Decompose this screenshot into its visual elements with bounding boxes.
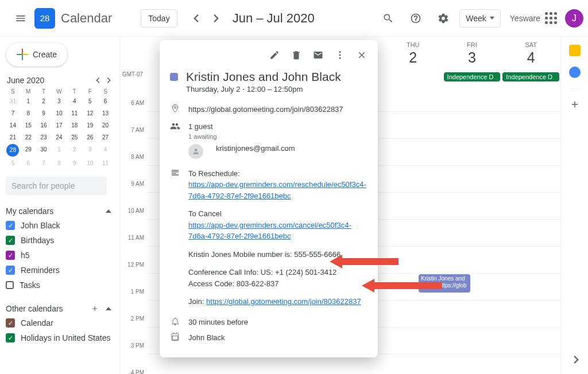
mini-calendar: June 2020 SMTWTFS31123456789101112131415… xyxy=(6,76,119,169)
day-header[interactable]: THU2 xyxy=(384,37,443,71)
reschedule-label: To Reschedule: xyxy=(188,168,368,180)
my-calendars-group: My calendars ✓John Black✓Birthdays✓h5✓Re… xyxy=(6,204,119,293)
annotation-arrow xyxy=(341,255,410,268)
day-header[interactable]: SAT4 xyxy=(501,37,560,71)
calendar-item[interactable]: ✓Birthdays xyxy=(6,233,111,248)
mini-grid: SMTWTFS311234567891011121314151617181920… xyxy=(6,88,113,169)
mini-day[interactable]: 9 xyxy=(67,158,82,169)
google-apps-button[interactable] xyxy=(545,12,557,24)
mini-day[interactable]: 1 xyxy=(52,144,67,157)
mini-day[interactable]: 11 xyxy=(67,108,82,119)
mini-day[interactable]: 6 xyxy=(98,96,113,107)
email-icon[interactable] xyxy=(308,45,328,65)
mini-day[interactable]: 7 xyxy=(6,108,20,119)
mini-day[interactable]: 18 xyxy=(67,120,82,131)
other-calendars-toggle[interactable]: Other calendars xyxy=(6,302,111,315)
mini-day[interactable]: 7 xyxy=(37,158,51,169)
mini-day[interactable]: 3 xyxy=(83,144,97,157)
mini-day[interactable]: 4 xyxy=(98,144,113,157)
mini-day[interactable]: 8 xyxy=(21,108,36,119)
mini-day[interactable]: 10 xyxy=(52,108,67,119)
mini-day[interactable]: 5 xyxy=(6,158,20,169)
account-avatar[interactable]: J xyxy=(565,9,583,28)
delete-icon[interactable] xyxy=(286,45,307,65)
timezone-label: GMT-07 xyxy=(122,71,143,77)
mini-day[interactable]: 22 xyxy=(21,132,36,143)
mini-day[interactable]: 2 xyxy=(67,144,82,157)
mini-day[interactable]: 29 xyxy=(21,144,36,157)
reminder-text: 30 minutes before xyxy=(188,317,368,328)
chevron-up-icon xyxy=(106,307,111,310)
mini-day[interactable]: 21 xyxy=(6,132,20,143)
mini-day[interactable]: 9 xyxy=(37,108,51,119)
event-location[interactable]: https://global.gotomeeting.com/join/8036… xyxy=(188,104,368,115)
mini-day[interactable]: 28 xyxy=(6,144,19,157)
location-icon xyxy=(170,104,180,115)
mini-day[interactable]: 23 xyxy=(37,132,51,143)
mini-day[interactable]: 16 xyxy=(37,120,51,131)
mini-day[interactable]: 19 xyxy=(83,120,97,131)
settings-icon[interactable] xyxy=(432,7,455,30)
mini-day[interactable]: 8 xyxy=(52,158,67,169)
mini-day[interactable]: 5 xyxy=(83,96,97,107)
view-selector[interactable]: Week xyxy=(459,9,501,28)
calendar-item[interactable]: ✓Calendar xyxy=(6,315,111,330)
mini-day[interactable]: 26 xyxy=(83,132,97,143)
keep-icon[interactable] xyxy=(569,45,581,56)
prev-period-button[interactable] xyxy=(187,9,205,28)
mini-prev-button[interactable] xyxy=(95,76,100,85)
sidebar: Create June 2020 SMTWTFS3112345678910111… xyxy=(0,37,119,374)
mini-day[interactable]: 27 xyxy=(98,132,113,143)
calendar-item[interactable]: ✓h5 xyxy=(6,248,111,263)
search-icon[interactable] xyxy=(377,7,400,30)
today-button[interactable]: Today xyxy=(141,9,177,28)
mini-day[interactable]: 25 xyxy=(67,132,82,143)
search-people-input[interactable]: Search for people xyxy=(6,177,107,195)
guest-email[interactable]: kristinjones@gmail.com xyxy=(216,144,295,159)
mini-day[interactable]: 15 xyxy=(21,120,36,131)
notification-icon xyxy=(170,317,180,328)
add-addon-icon[interactable] xyxy=(570,99,580,110)
day-header[interactable]: FRI3 xyxy=(443,37,502,71)
calendar-item[interactable]: ✓John Black xyxy=(6,218,111,233)
tasks-icon[interactable] xyxy=(569,67,581,78)
allday-event-chip[interactable]: Independence D xyxy=(502,72,559,81)
mini-day[interactable]: 14 xyxy=(6,120,20,131)
event-color-box xyxy=(170,73,178,81)
next-period-button[interactable] xyxy=(207,9,226,28)
my-calendars-toggle[interactable]: My calendars xyxy=(6,204,111,218)
reschedule-link[interactable]: https://app-dev.greminders.com/reschedul… xyxy=(188,180,366,200)
mini-day[interactable]: 3 xyxy=(52,96,67,107)
mini-day[interactable]: 4 xyxy=(67,96,82,107)
svg-point-2 xyxy=(339,57,341,59)
mini-day[interactable]: 10 xyxy=(83,158,97,169)
create-button[interactable]: Create xyxy=(6,42,68,67)
close-icon[interactable] xyxy=(351,45,372,65)
help-icon[interactable] xyxy=(404,7,427,30)
mini-day[interactable]: 20 xyxy=(98,120,113,131)
calendar-item[interactable]: ✓Holidays in United States xyxy=(6,330,111,345)
add-calendar-icon[interactable] xyxy=(91,305,99,313)
mini-day[interactable]: 31 xyxy=(6,96,20,107)
calendar-item[interactable]: Tasks xyxy=(6,278,111,293)
expand-side-panel-button[interactable] xyxy=(573,356,580,366)
allday-event-chip[interactable]: Independence D xyxy=(444,72,501,81)
mini-day[interactable]: 1 xyxy=(21,96,36,107)
mini-day[interactable]: 11 xyxy=(98,158,113,169)
mini-day[interactable]: 13 xyxy=(98,108,113,119)
header-right: Week Yesware J xyxy=(377,7,583,30)
edit-icon[interactable] xyxy=(264,45,285,65)
calendar-item[interactable]: ✓Reminders xyxy=(6,263,111,278)
guests-status: 1 awaiting xyxy=(188,132,368,142)
mini-day[interactable]: 17 xyxy=(52,120,67,131)
mini-day[interactable]: 30 xyxy=(37,144,51,157)
mini-next-button[interactable] xyxy=(107,76,111,85)
options-icon[interactable] xyxy=(330,45,350,65)
main-menu-button[interactable] xyxy=(9,7,32,30)
mini-day[interactable]: 12 xyxy=(83,108,97,119)
join-link[interactable]: https://global.gotomeeting.com/join/8036… xyxy=(206,297,361,306)
mini-day[interactable]: 2 xyxy=(37,96,51,107)
cancel-link[interactable]: https://app-dev.greminders.com/cancel/ec… xyxy=(188,221,351,241)
mini-day[interactable]: 24 xyxy=(52,132,67,143)
mini-day[interactable]: 6 xyxy=(21,158,36,169)
